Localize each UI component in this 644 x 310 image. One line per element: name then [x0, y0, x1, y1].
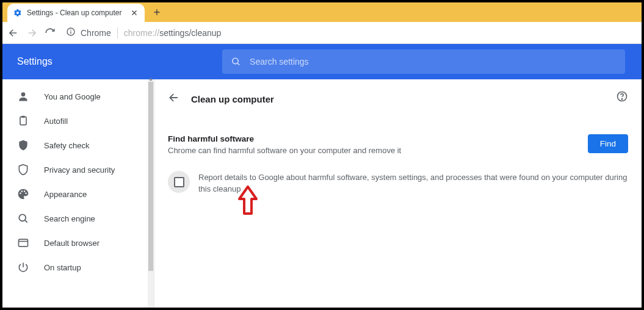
scroll-up-icon[interactable]: ▲ [148, 76, 154, 82]
browser-window-icon [17, 237, 29, 249]
tab-strip: Settings - Clean up computer [2, 2, 642, 22]
svg-rect-2 [70, 31, 71, 34]
sidebar-scrollbar[interactable]: ▲ [148, 79, 154, 308]
sidebar-item-privacy[interactable]: Privacy and security [2, 157, 154, 182]
address-url: chrome://settings/cleanup [124, 28, 222, 38]
svg-rect-6 [22, 116, 25, 118]
search-icon [17, 212, 29, 225]
svg-point-4 [21, 92, 26, 96]
report-checkbox[interactable] [174, 177, 184, 187]
search-settings-input[interactable] [250, 57, 617, 67]
svg-rect-8 [19, 239, 28, 247]
sidebar-item-on-startup[interactable]: On startup [2, 255, 154, 279]
sidebar-item-label: Default browser [44, 239, 99, 248]
settings-sidebar: ▲ You and Google Autofill Safety check P… [2, 79, 154, 308]
forward-button[interactable] [26, 27, 38, 39]
content-back-button[interactable] [168, 92, 180, 106]
close-tab-icon[interactable] [130, 9, 139, 17]
tab-title: Settings - Clean up computer [27, 9, 125, 17]
browser-toolbar: Chrome chrome://settings/cleanup [2, 22, 642, 44]
sidebar-item-label: Privacy and security [44, 165, 115, 175]
svg-point-7 [19, 214, 26, 221]
svg-point-10 [621, 99, 622, 99]
clipboard-icon [17, 115, 29, 127]
sidebar-item-autofill[interactable]: Autofill [2, 109, 154, 133]
palette-icon [17, 188, 29, 200]
sidebar-item-label: You and Google [44, 92, 101, 101]
sidebar-item-you-and-google[interactable]: You and Google [2, 84, 154, 109]
sidebar-item-default-browser[interactable]: Default browser [2, 231, 154, 255]
settings-title: Settings [2, 56, 222, 67]
help-icon[interactable] [616, 90, 628, 105]
report-checkbox-wrap[interactable] [168, 171, 190, 193]
person-icon [17, 90, 29, 103]
settings-header: Settings [2, 44, 642, 79]
power-icon [17, 261, 29, 273]
sidebar-item-safety-check[interactable]: Safety check [2, 133, 154, 157]
sidebar-item-label: Safety check [44, 141, 89, 150]
content-page-title: Clean up computer [191, 94, 274, 104]
sidebar-item-search-engine[interactable]: Search engine [2, 206, 154, 231]
back-button[interactable] [7, 27, 20, 39]
sidebar-item-label: Search engine [44, 214, 95, 223]
find-button[interactable]: Find [588, 134, 628, 153]
shield-icon [17, 164, 29, 176]
scrollbar-thumb[interactable] [148, 82, 153, 271]
settings-content: Clean up computer Find harmful software … [154, 79, 642, 308]
svg-point-1 [70, 30, 71, 31]
address-scheme: Chrome [81, 28, 111, 38]
settings-gear-icon [13, 9, 22, 17]
browser-tab[interactable]: Settings - Clean up computer [7, 4, 145, 22]
report-description: Report details to Google about harmful s… [198, 171, 628, 195]
new-tab-button[interactable] [148, 4, 165, 21]
sidebar-item-label: Autofill [44, 117, 68, 126]
svg-point-3 [233, 58, 238, 63]
sidebar-item-label: Appearance [44, 190, 87, 199]
address-divider [117, 27, 118, 38]
svg-rect-5 [20, 117, 26, 124]
site-info-icon[interactable] [66, 27, 76, 38]
find-heading: Find harmful software [168, 134, 401, 143]
reload-button[interactable] [44, 27, 56, 39]
search-icon [231, 56, 241, 67]
sidebar-item-appearance[interactable]: Appearance [2, 182, 154, 206]
address-bar[interactable]: Chrome chrome://settings/cleanup [66, 27, 221, 38]
search-settings-box[interactable] [222, 49, 625, 74]
shield-check-icon [17, 139, 29, 151]
find-description: Chrome can find harmful software on your… [168, 146, 401, 155]
sidebar-item-label: On startup [44, 263, 81, 272]
